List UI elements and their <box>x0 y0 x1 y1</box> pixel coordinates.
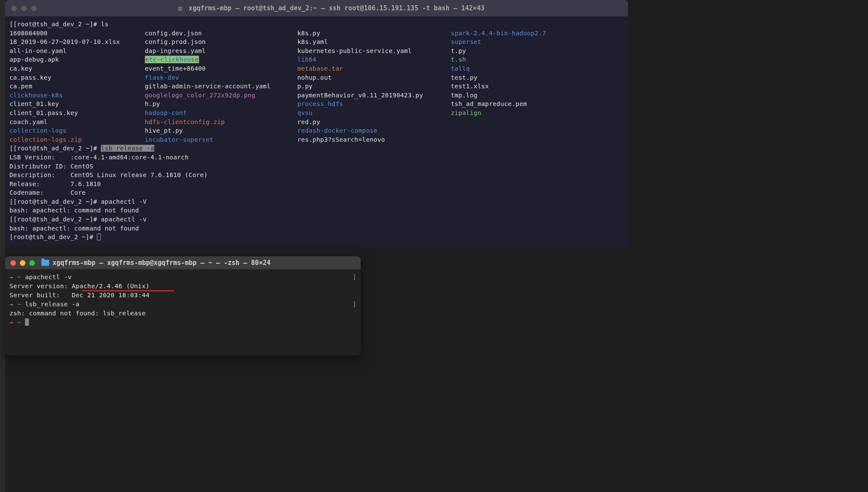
prompt-line-apV: [[root@tsh_ad_dev_2 ~]# apachectl -V <box>9 197 624 206</box>
file-tsh-pem: tsh_ad_mapreduce.pem <box>451 100 624 109</box>
ls-row: ca.key event_time+86400 metabase.tar tal… <box>9 64 624 73</box>
file-gitlab-sa: gitlab-admin-service-account.yaml <box>145 82 297 91</box>
prompt-tilde: ~ <box>17 301 21 308</box>
zsh-line-lsb: → ~ lsb_release -a ] <box>9 300 356 309</box>
server-built-line: Server built: Dec 21 2020 18:03:44 <box>9 291 356 300</box>
file-client01-pass: client_01.pass.key <box>9 109 145 118</box>
annotation-underline-icon <box>81 290 174 292</box>
ls-row: ca.pass.key flask-dev nohup.out test.py <box>9 73 624 82</box>
ls-row: 18_2019-06-27~2019-07-10.xlsx config.pro… <box>9 37 624 47</box>
file-nohup: nohup.out <box>297 73 451 82</box>
file-ca-key: ca.key <box>9 64 145 73</box>
prompt-line-ls: [[root@tsh_ad_dev_2 ~]# ls <box>9 20 624 29</box>
dir-superset: superset <box>451 37 624 47</box>
file-h-py: h.py <box>145 100 297 109</box>
file-k8s-py: k8s.py <box>297 29 451 38</box>
terminal-content-local[interactable]: → ~ apachectl -v ] Server version: Apach… <box>5 269 361 355</box>
dir-spark: spark-2.4.4-bin-hadoop2.7 <box>451 29 624 38</box>
zsh-line-apachectl: → ~ apachectl -v ] <box>9 273 356 282</box>
maximize-button[interactable] <box>31 6 37 11</box>
file-red-py: red.py <box>297 118 451 127</box>
file-p-py: p.py <box>297 82 451 91</box>
apache-error-1: bash: apachectl: command not found <box>9 206 624 215</box>
file-test-py: test.py <box>451 73 624 82</box>
lsb-distributor: Distributor ID: CentOS <box>9 162 624 171</box>
folder-icon <box>41 260 49 266</box>
ls-row: all-in-one.yaml dap-ingress.yaml kuberne… <box>9 47 624 56</box>
prompt-line-apv: [[root@tsh_ad_dev_2 ~]# apachectl -v <box>9 215 624 224</box>
title-text-main: xgqfrms-mbp — root@tsh_ad_dev_2:~ — ssh … <box>189 4 484 12</box>
prompt-tilde: ~ <box>17 274 21 280</box>
file-allinone: all-in-one.yaml <box>9 47 145 56</box>
file-test1-xlsx: test1.xlsx <box>451 82 624 91</box>
archive-collection-zip: collection-logs.zip <box>9 135 145 144</box>
close-button[interactable] <box>11 6 17 11</box>
titlebar-main[interactable]: ▧ xgqfrms-mbp — root@tsh_ad_dev_2:~ — ss… <box>5 0 628 16</box>
window-title-local: xgqfrms-mbp — xgqfrms-mbp@xgqfrms-mbp — … <box>41 259 271 267</box>
ls-row: collection-logs.zip incubator-superset r… <box>9 135 624 144</box>
ls-row: app-debug.apk etc-clickhouse lib64 t.sh <box>9 55 624 64</box>
file-payment: paymentBehavior_v0.11_20190423.py <box>297 91 451 100</box>
prompt-tilde: ~ <box>17 319 21 326</box>
file-client01-key: client_01.key <box>9 100 145 109</box>
dir-redash: redash-docker-compose <box>297 126 451 135</box>
terminal-window-main: ▧ xgqfrms-mbp — root@tsh_ad_dev_2:~ — ss… <box>5 0 628 245</box>
file-coach: coach.yaml <box>9 118 145 127</box>
right-bracket-icon: ] <box>353 300 356 309</box>
cursor-icon <box>25 318 29 326</box>
ls-row: client_01.key h.py process_hdfs tsh_ad_m… <box>9 100 624 109</box>
ls-row: coach.yaml hdfs-clientconfig.zip red.py <box>9 118 624 127</box>
file-ca-pass-key: ca.pass.key <box>9 73 145 82</box>
dir-clickhouse-k8s: clickhouse-k8s <box>9 91 145 100</box>
ls-row: client_01.pass.key hadoop-conf qvsu zipa… <box>9 109 624 118</box>
dir-etc-clickhouse: etc-clickhouse <box>145 56 199 63</box>
dir-flask-dev: flask-dev <box>145 73 297 82</box>
file-res-php: res.php3?sSearch=lenovo <box>297 135 451 144</box>
lsb-error: zsh: command not found: lsb_release <box>9 309 356 318</box>
prompt-arrow-icon: → <box>9 274 13 280</box>
minimize-button[interactable] <box>21 6 27 11</box>
file-hive-pt: hive_pt.py <box>145 126 297 135</box>
dir-hadoop-conf: hadoop-conf <box>145 109 297 118</box>
file-app-debug: app-debug.apk <box>9 55 145 64</box>
dir-process-hdfs: process_hdfs <box>297 100 451 109</box>
prompt-line-cursor: [root@tsh_ad_dev_2 ~]# <box>9 233 624 242</box>
terminal-window-local: xgqfrms-mbp — xgqfrms-mbp@xgqfrms-mbp — … <box>5 256 361 355</box>
cursor-icon <box>97 234 101 240</box>
archive-hdfs-zip: hdfs-clientconfig.zip <box>145 118 297 127</box>
folder-icon: ▧ <box>178 4 182 12</box>
lsb-release: Release: 7.6.1810 <box>9 180 624 189</box>
file-xlsx: 18_2019-06-27~2019-07-10.xlsx <box>9 37 145 47</box>
dir-tallq: tallq <box>451 64 624 73</box>
minimize-button[interactable] <box>20 260 25 266</box>
ls-row: 1608084000 config.dev.json k8s.py spark-… <box>9 29 624 38</box>
dir-qvsu: qvsu <box>297 109 451 118</box>
file-t-py: t.py <box>451 47 624 56</box>
file-kube-svc: kubernetes-public-service.yaml <box>297 47 451 56</box>
right-bracket-icon: ] <box>353 273 356 282</box>
close-button[interactable] <box>10 260 16 266</box>
prompt-arrow-icon: → <box>9 319 13 326</box>
titlebar-local[interactable]: xgqfrms-mbp — xgqfrms-mbp@xgqfrms-mbp — … <box>5 256 361 269</box>
lsb-codename: Codename: Core <box>9 188 624 197</box>
editor-gutter-strip <box>0 0 5 492</box>
ls-row: ca.pem gitlab-admin-service-account.yaml… <box>9 82 624 91</box>
exec-zipalign: zipalign <box>451 109 624 118</box>
file-dap-ingress: dap-ingress.yaml <box>145 47 297 56</box>
terminal-content-main[interactable]: [[root@tsh_ad_dev_2 ~]# ls 1608084000 co… <box>5 16 628 245</box>
server-version-line: Server version: Apache/2.4.46 (Unix) <box>9 282 356 291</box>
lsb-description: Description: CentOS Linux release 7.6.18… <box>9 171 624 180</box>
dir-collection-logs: collection-logs <box>9 126 145 135</box>
file-config-prod: config.prod.json <box>145 37 297 47</box>
dir-incubator-superset: incubator-superset <box>145 135 297 144</box>
window-title-main: ▧ xgqfrms-mbp — root@tsh_ad_dev_2:~ — ss… <box>41 4 622 12</box>
file-1608084000: 1608084000 <box>9 29 145 38</box>
ls-row: collection-logs hive_pt.py redash-docker… <box>9 126 624 135</box>
file-event-time: event_time+86400 <box>145 64 297 73</box>
file-tmp-log: tmp.log <box>451 91 624 100</box>
prompt-arrow-icon: → <box>9 301 13 308</box>
apache-version: Apache/2.4.46 (Unix) <box>72 283 150 290</box>
exec-t-sh: t.sh <box>451 55 624 64</box>
file-k8s-yaml: k8s.yaml <box>297 37 451 47</box>
maximize-button[interactable] <box>29 260 35 266</box>
